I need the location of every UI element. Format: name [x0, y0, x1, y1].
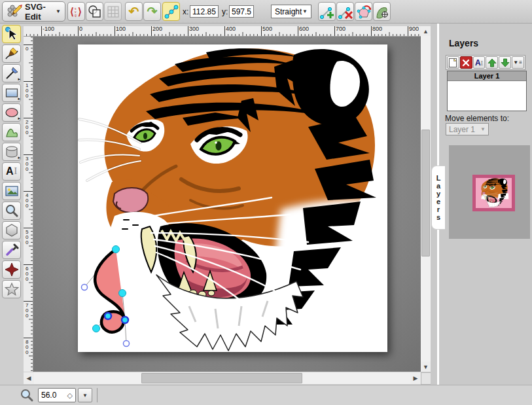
source-editor-button[interactable]: ⟨ ⟩ s v g: [67, 2, 85, 21]
scroll-left-button[interactable]: ◀: [24, 372, 34, 384]
rectangle-tool-button[interactable]: ▸: [2, 84, 21, 102]
h-ruler-label: 400: [226, 26, 236, 32]
add-subpath-button[interactable]: [373, 2, 391, 21]
h-ruler-label: 700: [336, 26, 346, 32]
h-ruler-label: 500: [262, 26, 272, 32]
layer-menu-icon: ▼≡: [513, 60, 523, 65]
path-tool-button[interactable]: [2, 123, 21, 141]
y-coordinate-label: y:: [222, 7, 228, 16]
new-layer-button[interactable]: [447, 56, 459, 69]
move-elements-arrow-icon: ▼: [480, 126, 486, 132]
polygon-tool-button[interactable]: [2, 221, 21, 239]
zoom-icon: [20, 388, 34, 405]
horizontal-scroll-thumb[interactable]: [141, 373, 302, 383]
node-link-icon: [164, 5, 179, 19]
path-node[interactable]: [113, 246, 120, 253]
scroll-down-icon: ▼: [423, 364, 429, 370]
redo-button[interactable]: ↷: [143, 2, 161, 21]
scroll-right-button[interactable]: ▶: [410, 372, 421, 384]
pencil-tool-button[interactable]: [2, 44, 21, 63]
layers-tab-label: L a y e r s: [436, 174, 441, 221]
magnifier-icon: [5, 203, 19, 218]
grid-button[interactable]: [104, 2, 122, 21]
control-point[interactable]: [82, 285, 88, 291]
v-ruler-label: 2 0 0: [26, 120, 28, 135]
image-tool-button[interactable]: [2, 182, 21, 200]
svg-edit-window: SVG-Edit ▼ ⟨ ⟩ s v g: [0, 0, 532, 405]
link-control-points-toggle[interactable]: [162, 2, 180, 21]
y-coordinate-input[interactable]: [229, 5, 254, 18]
arrow-down-icon: [501, 58, 510, 67]
eyedropper-icon: [5, 243, 19, 257]
zoom-dropdown-button[interactable]: ▼: [78, 388, 92, 402]
v-ruler-label: 7 0 0: [26, 303, 28, 319]
x-coordinate-label: x:: [183, 7, 188, 16]
path-node-selected[interactable]: [122, 317, 128, 323]
zoom-level-value: 56.0: [41, 391, 56, 400]
delete-layer-button[interactable]: [460, 56, 472, 69]
path-node[interactable]: [119, 290, 126, 297]
canvas-workarea[interactable]: [33, 37, 421, 372]
v-ruler-label: 1 0 0: [26, 83, 28, 99]
eyedropper-tool-button[interactable]: [2, 241, 21, 259]
zoom-spinner-icon[interactable]: ◇: [67, 391, 73, 400]
v-ruler-label: 4 0 0: [26, 193, 28, 209]
image-icon: [5, 184, 19, 198]
layer-buttons-row: A I ▼≡: [446, 55, 525, 70]
svg-text:⟨: ⟨: [70, 6, 74, 17]
add-node-button[interactable]: [318, 2, 336, 21]
move-elements-label: Move elements to:: [445, 114, 509, 123]
move-layer-down-button[interactable]: [499, 56, 511, 69]
h-ruler-label: 100: [116, 26, 126, 32]
segment-type-select[interactable]: Straight ▼: [271, 5, 311, 18]
zoom-level-input[interactable]: 56.0 ◇: [38, 388, 76, 402]
select-tool-button[interactable]: [2, 25, 21, 43]
ellipse-tool-button[interactable]: ▸: [2, 103, 21, 122]
layer-thumbnail-art: [476, 178, 512, 208]
control-point[interactable]: [124, 341, 130, 347]
layer-thumbnail[interactable]: [472, 175, 515, 211]
vertical-scroll-thumb[interactable]: [421, 130, 430, 256]
layers-panel-tab[interactable]: L a y e r s: [431, 166, 445, 230]
move-layer-up-button[interactable]: [486, 56, 498, 69]
h-ruler-label: 0: [79, 26, 82, 32]
bottom-bar: 56.0 ◇ ▼: [0, 385, 532, 405]
move-elements-select[interactable]: Layer 1 ▼: [446, 123, 489, 135]
shape-library-cylinder-button[interactable]: ▸: [2, 143, 21, 161]
line-tool-button[interactable]: ▸: [2, 64, 21, 82]
path-node[interactable]: [93, 325, 100, 332]
app-title: SVG-Edit: [25, 2, 53, 22]
undo-icon: ↶: [129, 4, 139, 19]
open-path-button[interactable]: [355, 2, 372, 21]
delete-layer-x-icon: [462, 59, 470, 67]
h-ruler-label: 900: [409, 26, 419, 32]
undo-button[interactable]: ↶: [125, 2, 143, 21]
top-toolbar: SVG-Edit ▼ ⟨ ⟩ s v g: [0, 0, 532, 24]
path-node-selected[interactable]: [105, 313, 111, 319]
rename-layer-button[interactable]: A I: [473, 56, 486, 69]
drawing-canvas[interactable]: [78, 44, 387, 352]
layers-side-panel: L a y e r s Layers A I: [431, 24, 532, 405]
shape-library-tool-button[interactable]: [2, 260, 21, 279]
wireframe-mode-button[interactable]: [86, 2, 103, 21]
svg-text:⟩: ⟩: [78, 6, 82, 17]
layer-row-layer1[interactable]: Layer 1: [448, 71, 526, 81]
scroll-down-button[interactable]: ▼: [421, 362, 431, 372]
segment-type-value: Straight: [275, 7, 302, 16]
flyout-arrow-icon: ▸: [18, 77, 20, 81]
x-coordinate-input[interactable]: [190, 5, 219, 18]
v-ruler-label: 5 0 0: [26, 230, 28, 245]
star-icon: [5, 282, 19, 296]
hexagon-icon: [5, 223, 19, 238]
delete-node-button[interactable]: [336, 2, 354, 21]
zoom-tool-button[interactable]: [2, 202, 21, 220]
path-shape-icon: [5, 125, 19, 139]
text-tool-button[interactable]: A I: [2, 162, 21, 181]
cylinder-icon: [5, 145, 19, 159]
scroll-up-button[interactable]: ▲: [421, 26, 431, 36]
flyout-arrow-icon: ▸: [18, 116, 20, 120]
star-tool-button[interactable]: [2, 280, 21, 298]
select-cursor-icon: [5, 27, 19, 41]
main-menu-button[interactable]: SVG-Edit ▼: [2, 1, 65, 22]
layer-options-menu-button[interactable]: ▼≡: [512, 56, 524, 69]
